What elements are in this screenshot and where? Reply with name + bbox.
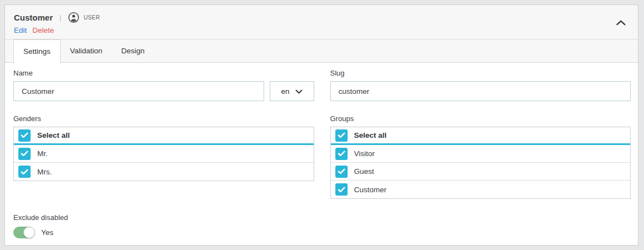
genders-label: Genders xyxy=(13,114,314,123)
gender-option-label: Mr. xyxy=(37,149,48,158)
checkbox-checked-icon[interactable] xyxy=(18,148,31,160)
checkbox-checked-icon[interactable] xyxy=(335,129,348,142)
panel-header: Customer | USER EditDelete xyxy=(5,5,638,39)
locale-value: en xyxy=(281,87,289,96)
toggle-knob xyxy=(23,227,35,238)
collapse-panel-button[interactable] xyxy=(616,20,626,26)
group-option-row[interactable]: Customer xyxy=(331,181,631,198)
tab-validation[interactable]: Validation xyxy=(61,39,112,62)
gender-option-row[interactable]: Mrs. xyxy=(14,163,314,181)
tab-settings[interactable]: Settings xyxy=(13,39,61,63)
select-all-label: Select all xyxy=(354,131,387,139)
exclude-disabled-toggle[interactable] xyxy=(13,227,35,238)
checkbox-checked-icon[interactable] xyxy=(335,183,348,196)
title-separator: | xyxy=(60,13,61,22)
select-all-label: Select all xyxy=(37,131,70,139)
group-option-label: Visitor xyxy=(354,149,375,158)
genders-list: Select all Mr. Mrs. xyxy=(13,127,314,181)
tab-bar: Settings Validation Design xyxy=(5,39,638,63)
locale-select[interactable]: en xyxy=(270,81,314,101)
tab-design[interactable]: Design xyxy=(112,39,154,62)
group-option-row[interactable]: Visitor xyxy=(331,145,631,163)
groups-field-group: Groups Select all Visitor xyxy=(330,114,631,199)
slug-input[interactable] xyxy=(330,81,631,101)
user-icon xyxy=(68,12,80,23)
group-option-label: Guest xyxy=(354,167,374,176)
page-title: Customer xyxy=(14,13,53,22)
entity-type-label: USER xyxy=(83,14,100,21)
checkbox-checked-icon[interactable] xyxy=(18,129,31,142)
settings-tab-content: Name en Slug xyxy=(5,63,638,245)
groups-list: Select all Visitor Guest xyxy=(330,127,631,199)
groups-select-all-row[interactable]: Select all xyxy=(331,127,631,145)
edit-link[interactable]: Edit xyxy=(14,26,27,34)
chevron-down-icon xyxy=(295,87,303,96)
name-label: Name xyxy=(13,69,314,77)
slug-field-group: Slug xyxy=(330,69,631,101)
toggle-state-label: Yes xyxy=(41,228,53,237)
group-option-row[interactable]: Guest xyxy=(331,163,631,181)
genders-groups-row: Genders Select all Mr. xyxy=(13,114,631,199)
genders-select-all-row[interactable]: Select all xyxy=(14,127,314,145)
checkbox-checked-icon[interactable] xyxy=(18,166,31,178)
exclude-disabled-label: Exclude disabled xyxy=(13,213,631,222)
name-slug-row: Name en Slug xyxy=(13,69,631,101)
checkbox-checked-icon[interactable] xyxy=(335,166,348,178)
genders-field-group: Genders Select all Mr. xyxy=(13,114,314,181)
groups-label: Groups xyxy=(330,114,631,123)
header-actions: EditDelete xyxy=(14,26,629,34)
delete-link[interactable]: Delete xyxy=(32,26,54,34)
slug-label: Slug xyxy=(330,69,631,77)
customer-form-panel: Customer | USER EditDelete Settings Vali… xyxy=(4,4,638,246)
gender-option-row[interactable]: Mr. xyxy=(14,145,314,163)
chevron-up-icon xyxy=(616,18,626,27)
checkbox-checked-icon[interactable] xyxy=(335,148,348,160)
exclude-disabled-field-group: Exclude disabled Yes xyxy=(13,213,631,245)
gender-option-label: Mrs. xyxy=(37,168,52,176)
title-row: Customer | USER xyxy=(14,12,629,23)
name-input[interactable] xyxy=(13,81,264,101)
name-field-group: Name en xyxy=(13,69,314,101)
group-option-label: Customer xyxy=(354,186,387,194)
